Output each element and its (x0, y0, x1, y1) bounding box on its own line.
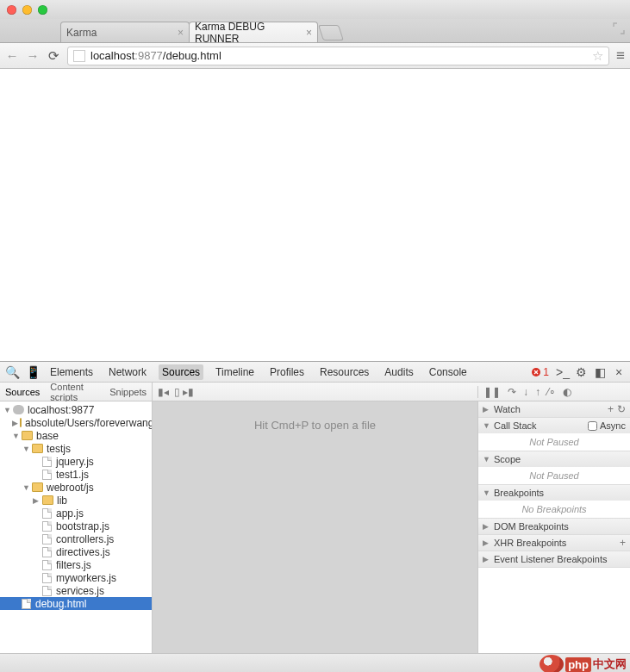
source-editor[interactable]: Hit Cmd+P to open a file (153, 401, 478, 653)
step-into-icon[interactable]: ↓ (523, 386, 528, 398)
step-out-icon[interactable]: ↑ (535, 386, 540, 398)
event-listener-bp-header[interactable]: ▶Event Listener Breakpoints (478, 551, 630, 567)
sources-tab-snippets[interactable]: Snippets (104, 384, 152, 400)
browser-tab-karma[interactable]: Karma × (60, 22, 190, 42)
close-tab-icon[interactable]: × (178, 27, 184, 39)
close-tab-icon[interactable]: × (306, 27, 312, 39)
file-icon (42, 573, 52, 583)
async-toggle[interactable]: Async (588, 420, 626, 431)
editor-split-icon[interactable]: ▯ (174, 386, 180, 398)
php-logo-icon (540, 655, 564, 672)
tree-file[interactable]: debug.html (0, 597, 152, 610)
reload-icon[interactable]: ⟳ (47, 48, 60, 64)
close-window-icon[interactable] (7, 5, 16, 15)
tree-file[interactable]: jquery.js (0, 455, 152, 468)
tree-item-label: debug.html (35, 598, 86, 610)
panel-profiles[interactable]: Profiles (266, 364, 308, 380)
folder-icon (32, 482, 43, 492)
panel-elements[interactable]: Elements (47, 364, 97, 380)
device-mode-icon[interactable]: 📱 (26, 365, 38, 379)
breakpoints-section-header[interactable]: ▼Breakpoints (478, 485, 630, 501)
debugger-sidebar: ▶Watch + ↻ ▼Call Stack Async Not Paused … (478, 401, 630, 653)
origin-label: localhost:9877 (28, 404, 94, 416)
fullscreen-icon[interactable] (613, 22, 625, 34)
show-drawer-icon[interactable]: >_ (556, 365, 568, 379)
sources-navigator[interactable]: ▼localhost:9877▶absolute/Users/foreverwa… (0, 401, 153, 653)
tree-folder[interactable]: ▼base (0, 429, 152, 442)
tree-file[interactable]: myworkers.js (0, 571, 152, 584)
tree-origin[interactable]: ▼localhost:9877 (0, 403, 152, 416)
add-watch-icon[interactable]: + (608, 403, 614, 415)
browser-tab-debug-runner[interactable]: Karma DEBUG RUNNER × (189, 22, 318, 42)
tree-file[interactable]: filters.js (0, 558, 152, 571)
pause-script-icon[interactable]: ❚❚ (483, 386, 501, 398)
address-bar[interactable]: localhost:9877/debug.html ☆ (67, 47, 609, 65)
tree-file[interactable]: bootstrap.js (0, 520, 152, 532)
panel-sources[interactable]: Sources (159, 364, 203, 380)
forward-icon[interactable]: → (26, 48, 40, 63)
tab-label: Karma DEBUG RUNNER (195, 21, 306, 45)
tree-item-label: absolute/Users/foreverwang/. (25, 417, 153, 429)
scope-title: Scope (494, 454, 521, 464)
tree-item-label: base (36, 430, 59, 442)
page-viewport (0, 69, 630, 361)
back-icon[interactable]: ← (5, 48, 19, 63)
tree-file[interactable]: controllers.js (0, 532, 152, 545)
tree-file[interactable]: app.js (0, 507, 152, 520)
file-icon (42, 521, 52, 532)
tree-file[interactable]: services.js (0, 584, 152, 597)
tree-item-label: myworkers.js (56, 572, 116, 584)
file-icon (42, 560, 52, 570)
breakpoints-title: Breakpoints (494, 488, 544, 498)
panel-network[interactable]: Network (105, 364, 150, 380)
sources-tab-content-scripts[interactable]: Content scripts (45, 379, 104, 405)
panel-audits[interactable]: Audits (381, 364, 416, 380)
tree-folder[interactable]: ▶absolute/Users/foreverwang/. (0, 416, 152, 429)
callstack-section-header[interactable]: ▼Call Stack Async (478, 418, 630, 433)
bookmark-star-icon[interactable]: ☆ (592, 48, 603, 64)
watch-section-header[interactable]: ▶Watch + ↻ (478, 401, 630, 417)
page-icon (73, 50, 85, 62)
close-devtools-icon[interactable]: × (613, 365, 625, 379)
tree-folder[interactable]: ▼testjs (0, 442, 152, 455)
tree-item-label: app.js (56, 507, 84, 520)
error-badge[interactable]: 1 (531, 366, 549, 378)
settings-gear-icon[interactable]: ⚙ (575, 365, 587, 379)
panel-console[interactable]: Console (426, 364, 471, 380)
tree-item-label: filters.js (56, 559, 91, 571)
deactivate-breakpoints-icon[interactable]: ⁄∘ (547, 386, 556, 398)
sources-tab-sources[interactable]: Sources (0, 384, 45, 400)
minimize-window-icon[interactable] (22, 5, 32, 15)
panel-resources[interactable]: Resources (316, 364, 372, 380)
tree-folder[interactable]: ▶lib (0, 494, 152, 507)
page-footer: php 中文网 (0, 653, 630, 672)
step-over-icon[interactable]: ↷ (508, 386, 516, 398)
file-icon (42, 470, 52, 480)
toggle-navigator-icon[interactable]: ▮◂ (158, 386, 169, 398)
xhr-breakpoints-header[interactable]: ▶XHR Breakpoints + (478, 535, 630, 551)
add-xhr-bp-icon[interactable]: + (620, 537, 626, 549)
tree-item-label: test1.js (56, 469, 89, 481)
url-port: :9877 (134, 49, 163, 62)
hamburger-menu-icon[interactable]: ≡ (616, 47, 625, 65)
dock-side-icon[interactable]: ◧ (594, 365, 606, 379)
tree-item-label: services.js (56, 585, 104, 597)
dom-breakpoints-header[interactable]: ▶DOM Breakpoints (478, 519, 630, 534)
file-icon (42, 534, 52, 544)
zoom-window-icon[interactable] (38, 5, 47, 15)
scope-section-header[interactable]: ▼Scope (478, 451, 630, 467)
tree-item-label: testjs (47, 443, 71, 455)
tree-file[interactable]: directives.js (0, 545, 152, 558)
inspect-icon[interactable]: 🔍 (5, 365, 17, 379)
tree-file[interactable]: test1.js (0, 468, 152, 481)
new-tab-button[interactable] (318, 25, 344, 40)
folder-icon (22, 431, 33, 440)
pause-on-exceptions-icon[interactable]: ◐ (563, 386, 571, 398)
scope-status: Not Paused (478, 467, 630, 484)
toggle-sidebar-icon[interactable]: ▸▮ (183, 386, 194, 398)
file-icon (42, 508, 52, 519)
panel-timeline[interactable]: Timeline (212, 364, 258, 380)
tree-folder[interactable]: ▼webroot/js (0, 481, 152, 494)
refresh-watch-icon[interactable]: ↻ (617, 403, 626, 415)
folder-icon (32, 444, 43, 453)
